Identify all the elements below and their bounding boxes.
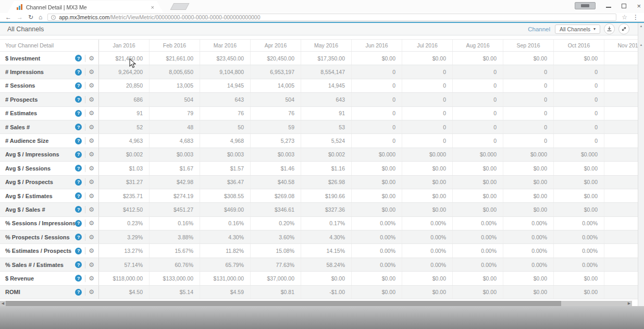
value-cell: 0	[453, 134, 503, 147]
help-icon[interactable]: ?	[75, 82, 82, 89]
row-icons: ? ⚙	[75, 192, 94, 200]
help-icon[interactable]: ?	[75, 179, 82, 186]
table-body: $ Investment ? ⚙ $21,450.00$21,661.00$23…	[0, 52, 638, 299]
help-icon[interactable]: ?	[75, 234, 82, 240]
gear-icon[interactable]: ⚙	[89, 110, 94, 116]
help-icon[interactable]: ?	[75, 206, 82, 213]
page-title: All Channels	[7, 26, 44, 33]
window-minimize-icon[interactable]	[606, 4, 611, 8]
help-icon[interactable]: ?	[75, 151, 82, 158]
back-icon[interactable]: ←	[5, 14, 11, 20]
value-cell: $21,450.00	[99, 52, 150, 65]
home-icon[interactable]: ⌂	[39, 14, 42, 20]
tab-close-icon[interactable]: ×	[151, 4, 154, 10]
gear-icon[interactable]: ⚙	[89, 96, 94, 103]
bookmark-star-icon[interactable]: ☆	[622, 14, 627, 21]
new-tab-button[interactable]	[170, 3, 190, 10]
value-cell: 0	[554, 134, 604, 147]
gear-icon[interactable]: ⚙	[89, 124, 94, 130]
url-path: /Metric/ViewMetric/00000000-0000-0000-00…	[109, 14, 260, 20]
value-cell: $0.002	[99, 148, 150, 161]
gear-icon[interactable]: ⚙	[89, 138, 94, 144]
gear-icon[interactable]: ⚙	[89, 275, 94, 282]
value-cell	[604, 79, 638, 92]
help-icon[interactable]: ?	[75, 248, 82, 254]
row-icons: ? ⚙	[75, 247, 94, 254]
value-cell: 9,264,200	[99, 65, 150, 78]
browser-menu-icon[interactable]: ⋮	[633, 14, 639, 21]
value-cell: $40.58	[251, 176, 301, 189]
channel-dropdown[interactable]: All Channels ▾	[555, 25, 600, 34]
vertical-scrollbar[interactable]: ▲ ▲	[638, 23, 644, 306]
value-cell: 0.20%	[251, 217, 301, 230]
icon-divider	[85, 68, 85, 76]
value-cell: $0.000	[503, 148, 554, 161]
mouse-cursor	[129, 58, 136, 68]
row-label: # Audience Size	[5, 138, 75, 144]
reload-icon[interactable]: ↻	[28, 14, 33, 20]
value-cell: $0.00	[503, 52, 554, 65]
window-close-icon[interactable]: ×	[637, 3, 641, 9]
row-label: Avg $ / Sessions	[5, 165, 75, 172]
help-icon[interactable]: ?	[75, 289, 82, 296]
screen: Channel Detail | MX3 Me × × ← → ↻ ⌂ i ap…	[0, 0, 644, 329]
value-cell: 14,945	[301, 79, 352, 92]
help-icon[interactable]: ?	[75, 124, 82, 130]
page-info-icon[interactable]: i	[51, 15, 56, 20]
value-cell: 3.88%	[150, 230, 200, 243]
help-icon[interactable]: ?	[75, 275, 82, 282]
value-cell: 0	[352, 107, 402, 120]
help-icon[interactable]: ?	[75, 220, 82, 227]
value-cell: 3.29%	[99, 230, 150, 243]
gear-icon[interactable]: ⚙	[89, 234, 94, 240]
icon-divider	[85, 288, 85, 296]
scroll-up-icon[interactable]: ▲	[638, 25, 644, 28]
download-button[interactable]	[604, 23, 615, 34]
help-icon[interactable]: ?	[75, 165, 82, 172]
value-cell: 0	[402, 107, 453, 120]
table-scroll-up-icon[interactable]: ▲	[638, 43, 644, 46]
gear-icon[interactable]: ⚙	[89, 193, 94, 199]
value-cell: 0	[453, 93, 503, 106]
help-icon[interactable]: ?	[75, 138, 82, 144]
gear-icon[interactable]: ⚙	[89, 289, 94, 295]
horizontal-scrollbar[interactable]: ◀ ▶	[0, 301, 632, 306]
gear-icon[interactable]: ⚙	[89, 151, 94, 157]
forward-icon[interactable]: →	[17, 14, 23, 20]
help-icon[interactable]: ?	[75, 110, 82, 117]
gear-icon[interactable]: ⚙	[89, 82, 94, 89]
help-icon[interactable]: ?	[75, 69, 82, 76]
gear-icon[interactable]: ⚙	[89, 206, 94, 213]
help-icon[interactable]: ?	[75, 55, 82, 62]
value-cell: 0.00%	[453, 230, 503, 243]
table-row: Avg $ / Sales # ? ⚙ $412.50$451.27$469.0…	[0, 203, 638, 216]
help-icon[interactable]: ?	[75, 261, 82, 268]
scroll-left-icon[interactable]: ◀	[0, 301, 6, 306]
value-cell: 0.17%	[301, 217, 352, 230]
gear-icon[interactable]: ⚙	[89, 220, 94, 226]
scroll-right-icon[interactable]: ▶	[626, 301, 632, 306]
gear-icon[interactable]: ⚙	[89, 165, 94, 172]
row-label: # Impressions	[5, 69, 75, 75]
gear-icon[interactable]: ⚙	[89, 248, 94, 254]
expand-button[interactable]	[618, 23, 629, 34]
value-cell: 0.00%	[554, 258, 604, 271]
url-omnibox[interactable]: i app.mx3metrics.com/Metric/ViewMetric/0…	[47, 14, 616, 21]
gear-icon[interactable]: ⚙	[89, 179, 94, 185]
gear-icon[interactable]: ⚙	[89, 262, 94, 268]
screencast-indicator[interactable]	[575, 2, 596, 9]
gear-icon[interactable]: ⚙	[89, 69, 94, 75]
help-icon[interactable]: ?	[75, 96, 82, 103]
help-icon[interactable]: ?	[75, 192, 82, 199]
value-cell: -$1.00	[301, 286, 352, 299]
row-icons: ? ⚙	[75, 137, 94, 144]
browser-tab[interactable]: Channel Detail | MX3 Me ×	[7, 1, 164, 13]
window-restore-icon[interactable]	[622, 4, 626, 8]
value-cell: 0.00%	[402, 244, 453, 257]
value-cell: $235.71	[99, 189, 150, 202]
value-cell: 504	[251, 93, 301, 106]
column-header: Oct 2016	[554, 40, 604, 51]
table-row: # Audience Size ? ⚙ 4,9634,6834,9685,273…	[0, 134, 638, 148]
horizontal-scrollbar-thumb[interactable]	[6, 301, 561, 306]
gear-icon[interactable]: ⚙	[89, 55, 94, 62]
